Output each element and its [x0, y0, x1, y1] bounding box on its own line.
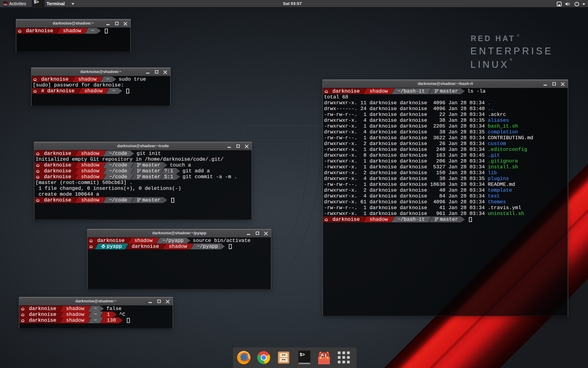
svg-text:LINUX: LINUX	[470, 59, 509, 70]
svg-text:ENTERPRISE: ENTERPRISE	[470, 46, 553, 56]
svg-text:$>: $>	[300, 352, 305, 357]
svg-text:®: ®	[510, 58, 512, 61]
svg-text:®: ®	[517, 34, 519, 37]
svg-text:RED HAT: RED HAT	[471, 34, 515, 43]
